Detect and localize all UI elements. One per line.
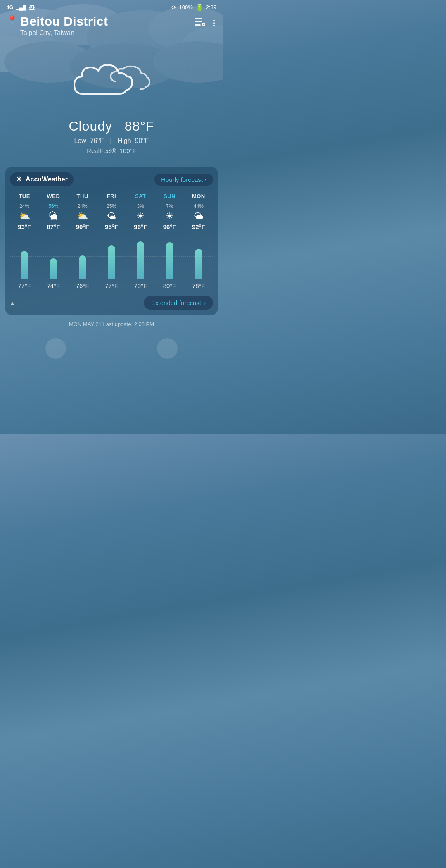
bottom-nav-dot-left — [45, 338, 66, 359]
hourly-forecast-label: Hourly forecast — [161, 176, 203, 183]
temp-bar — [21, 251, 28, 279]
header-actions — [195, 14, 216, 28]
high-label: High — [118, 137, 131, 144]
low-temp: 76°F — [90, 137, 104, 144]
temperature-bar-chart — [10, 234, 213, 279]
location-list-icon[interactable] — [195, 18, 205, 28]
svg-rect-12 — [195, 24, 201, 26]
bar-col — [155, 234, 184, 279]
hourly-arrow-icon: › — [204, 176, 206, 183]
forecast-panel: ☀ AccuWeather Hourly forecast › TUEWEDTH… — [5, 167, 218, 315]
last-update-text: MON MAY 21 Last update: 2:08 PM — [69, 321, 154, 327]
hourly-forecast-button[interactable]: Hourly forecast › — [154, 174, 213, 186]
day-weather-icon: 🌥 — [194, 211, 203, 222]
day-weather-icon: ⛅ — [77, 211, 88, 222]
day-high-col: 87°F — [39, 222, 68, 230]
last-update: MON MAY 21 Last update: 2:08 PM — [0, 320, 223, 334]
current-weather: Cloudy 88°F Low 76°F | High 90°F RealFee… — [0, 114, 223, 162]
day-label-wed: WED — [39, 191, 68, 201]
bottom-nav-dot-right — [157, 338, 178, 359]
cloud-icon — [70, 52, 153, 106]
day-high-col: 96°F — [155, 222, 184, 230]
day-low-temp: 77°F — [97, 282, 126, 289]
days-highs: 93°F87°F90°F95°F96°F96°F92°F — [10, 222, 213, 230]
extended-forecast-button[interactable]: Extended forecast › — [144, 296, 213, 310]
status-right: ⟳ 100% 🔋 2:39 — [171, 3, 216, 11]
day-low-temp: 79°F — [126, 282, 155, 289]
day-icon-col: ☀ — [155, 210, 184, 222]
signal-bars: ▂▄█ — [16, 5, 26, 10]
clock: 2:39 — [206, 4, 216, 10]
day-icon-col: 🌤 — [97, 210, 126, 222]
low-temps-row: 77°F74°F76°F77°F79°F80°F78°F — [10, 282, 213, 293]
day-precip-col: 3% — [126, 203, 155, 210]
day-label-thu: THU — [68, 191, 97, 201]
day-weather-icon: ⛅ — [19, 211, 30, 222]
weather-icon-area — [0, 40, 223, 114]
precip-pct: 7% — [166, 203, 173, 210]
precip-pct: 56% — [48, 203, 58, 210]
region-name: Taipei City, Taiwan — [20, 29, 108, 37]
days-header: TUEWEDTHUFRISATSUNMON — [10, 191, 213, 201]
days-grid: 24%56%24%25%3%7%44% — [10, 203, 213, 210]
battery-icon: 🔋 — [195, 3, 204, 11]
day-label-sun: SUN — [155, 191, 184, 201]
low-label: Low — [74, 137, 86, 144]
day-low-temp: 80°F — [155, 282, 184, 289]
precip-pct: 24% — [19, 203, 29, 210]
precip-pct: 44% — [194, 203, 204, 210]
day-high-col: 96°F — [126, 222, 155, 230]
day-precip-col: 7% — [155, 203, 184, 210]
temp-bar — [108, 245, 115, 279]
realfeel-row: RealFeel® 100°F — [8, 147, 215, 154]
city-name: Beitou District — [20, 14, 108, 29]
condition-temperature: Cloudy 88°F — [8, 119, 215, 134]
day-high-temp: 93°F — [18, 223, 31, 230]
bar-col — [97, 234, 126, 279]
low-high-row: Low 76°F | High 90°F — [8, 137, 215, 145]
battery-percent: 100% — [179, 4, 192, 10]
day-high-col: 92°F — [184, 222, 213, 230]
day-precip-col: 24% — [10, 203, 39, 210]
day-label-tue: TUE — [10, 191, 39, 201]
condition-label: Cloudy — [69, 119, 112, 134]
temp-bar — [137, 241, 144, 279]
day-precip-col: 56% — [39, 203, 68, 210]
day-low-temp: 76°F — [68, 282, 97, 289]
day-low-temp: 74°F — [39, 282, 68, 289]
day-icon-col: 🌦 — [39, 210, 68, 222]
day-high-temp: 87°F — [47, 223, 60, 230]
day-precip-col: 44% — [184, 203, 213, 210]
day-weather-icon: 🌤 — [107, 211, 116, 222]
more-options-icon[interactable] — [211, 20, 216, 26]
realfeel-label: RealFeel® — [87, 147, 116, 154]
realfeel-temp: 100°F — [120, 147, 136, 154]
aw-row: ☀ AccuWeather Hourly forecast › — [10, 172, 213, 186]
day-high-temp: 92°F — [192, 223, 205, 230]
svg-point-11 — [202, 23, 205, 26]
day-weather-icon: ☀ — [136, 211, 145, 222]
day-high-col: 90°F — [68, 222, 97, 230]
day-icon-col: ⛅ — [10, 210, 39, 222]
bottom-nav — [0, 334, 223, 363]
separator-line — [18, 303, 140, 303]
triangle-icon: ▲ — [10, 300, 15, 306]
temp-bar — [50, 258, 57, 279]
precip-pct: 25% — [107, 203, 116, 210]
signal-type: 4G — [7, 5, 13, 10]
temp-bar — [166, 242, 173, 279]
day-label-sat: SAT — [126, 191, 155, 201]
status-bar: 4G ▂▄█ 🖼 ⟳ 100% 🔋 2:39 — [0, 0, 223, 13]
day-high-temp: 95°F — [105, 223, 118, 230]
day-weather-icon: 🌦 — [49, 211, 58, 222]
day-high-temp: 96°F — [134, 223, 147, 230]
accuweather-logo: ☀ AccuWeather — [10, 172, 74, 186]
svg-rect-10 — [195, 21, 202, 22]
aw-sun-icon: ☀ — [16, 175, 22, 184]
bar-col — [68, 234, 97, 279]
day-low-temp: 78°F — [184, 282, 213, 289]
bar-col — [10, 234, 39, 279]
rotate-icon: ⟳ — [171, 4, 176, 11]
extended-arrow-icon: › — [204, 299, 206, 306]
accuweather-label: AccuWeather — [26, 176, 68, 183]
